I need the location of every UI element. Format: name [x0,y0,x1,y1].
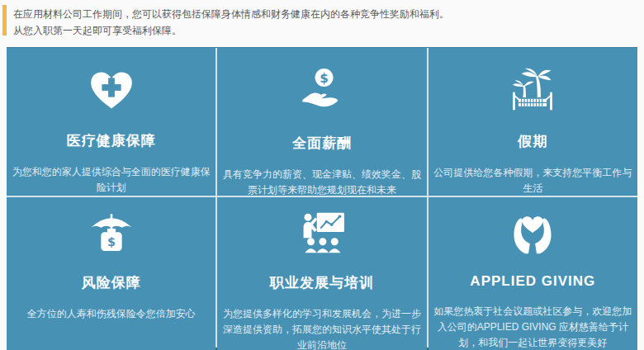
training-presentation-icon [298,209,346,257]
benefits-intro: 在应用材料公司工作期间，您可以获得包括保障身体情感和财务健康在内的各种竞争性奖励… [0,0,644,41]
card-risk-protection: $ 风险保障 全方位的人寿和伤残保险令您倍加安心 [7,197,215,350]
medical-heart-cross-icon [88,68,135,111]
card-total-rewards: $ 全面薪酬 具有竞争力的薪资、现金津贴、绩效奖金、股票计划等来帮助您规划现在和… [217,48,426,196]
intro-line-2: 从您入职第一天起即可享受福利保障。 [13,22,636,39]
card-medical-coverage: 医疗健康保障 为您和您的家人提供综合与全面的医疗健康保险计划 [7,48,215,196]
intro-line-1: 在应用材料公司工作期间，您可以获得包括保障身体情感和财务健康在内的各种竞争性奖励… [13,6,636,22]
card-body: 为您提供多样化的学习和发展机会，为进一步深造提供资助，拓展您的知识水平使其处于行… [220,306,424,350]
hands-holding-heart-icon [509,209,556,257]
card-body: 如果您热衷于社会议题或社区参与，欢迎您加入公司的APPLIED GIVING 应… [430,304,635,350]
card-title: 医疗健康保障 [67,131,156,150]
card-title: 风险保障 [82,273,141,292]
umbrella-moneybag-icon: $ [89,209,134,257]
card-body: 全方位的人寿和伤残保险令您倍加安心 [9,306,214,322]
card-body: 为您和您的家人提供综合与全面的医疗健康保险计划 [9,164,214,196]
palm-trees-hammock-icon [509,68,556,112]
benefits-grid: 医疗健康保障 为您和您的家人提供综合与全面的医疗健康保险计划 $ 全面薪酬 具有… [7,47,637,350]
card-body: 具有竞争力的薪资、现金津贴、绩效奖金、股票计划等来帮助您规划现在和未来 [220,167,424,198]
card-vacation: 假期 公司提供给您各种假期，来支持您平衡工作与生活 [429,48,637,196]
card-applied-giving: APPLIED GIVING 如果您热衷于社会议题或社区参与，欢迎您加入公司的A… [429,197,637,350]
card-title: APPLIED GIVING [470,273,595,290]
card-body: 公司提供给您各种假期，来支持您平衡工作与生活 [430,165,635,196]
card-title: 职业发展与培训 [270,273,374,292]
gold-accent-bar [2,5,7,35]
card-title: 全面薪酬 [292,134,352,153]
svg-text:$: $ [107,235,116,248]
card-title: 假期 [518,132,547,151]
svg-text:$: $ [320,71,329,86]
hand-dollar-coin-icon: $ [300,68,344,114]
card-career-development: 职业发展与培训 为您提供多样化的学习和发展机会，为进一步深造提供资助，拓展您的知… [217,197,426,350]
